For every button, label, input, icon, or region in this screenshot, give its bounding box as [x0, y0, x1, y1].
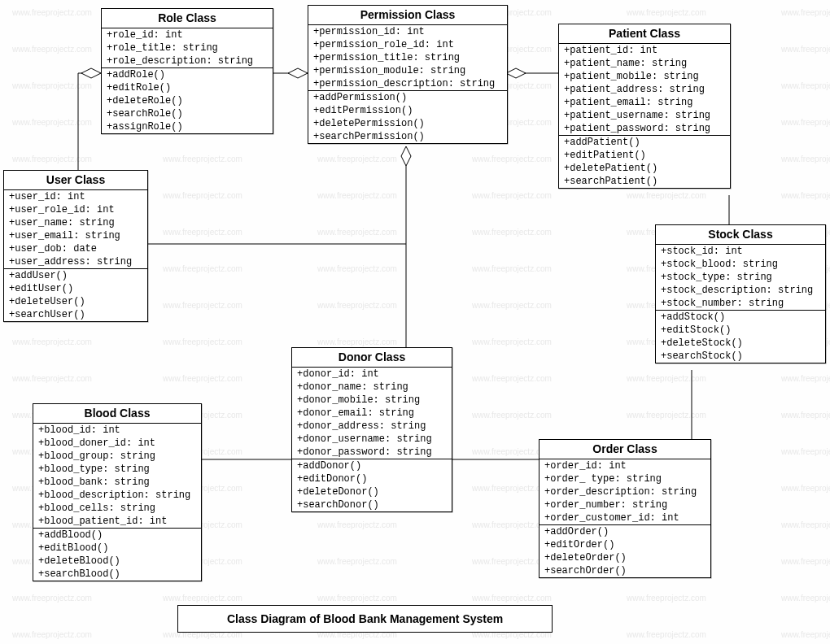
class-row: +addRole(): [102, 68, 273, 81]
watermark-text: www.freeprojectz.com: [317, 337, 397, 346]
class-row: +searchOrder(): [540, 564, 710, 577]
watermark-text: www.freeprojectz.com: [163, 301, 242, 310]
watermark-text: www.freeprojectz.com: [163, 191, 242, 200]
watermark-text: www.freeprojectz.com: [781, 484, 830, 493]
watermark-text: www.freeprojectz.com: [12, 118, 92, 127]
watermark-text: www.freeprojectz.com: [163, 154, 242, 163]
class-row: +blood_group: string: [33, 450, 201, 463]
watermark-text: www.freeprojectz.com: [472, 594, 552, 603]
class-row: +editUser(): [4, 282, 147, 295]
class-row: +editDonor(): [292, 472, 452, 485]
class-row: +permission_title: string: [308, 51, 507, 64]
class-row: +patient_address: string: [559, 83, 730, 96]
watermark-text: www.freeprojectz.com: [781, 557, 830, 566]
watermark-text: www.freeprojectz.com: [12, 45, 92, 54]
class-stock: Stock Class +stock_id: int+stock_blood: …: [655, 224, 826, 363]
class-row: +searchUser(): [4, 308, 147, 321]
watermark-text: www.freeprojectz.com: [472, 154, 552, 163]
class-title: Stock Class: [656, 225, 825, 245]
watermark-text: www.freeprojectz.com: [317, 228, 397, 237]
class-patient: Patient Class +patient_id: int+patient_n…: [558, 24, 731, 189]
watermark-text: www.freeprojectz.com: [781, 154, 830, 163]
watermark-text: www.freeprojectz.com: [781, 81, 830, 90]
class-row: +donor_password: string: [292, 446, 452, 459]
class-ops: +addBlood()+editBlood()+deleteBlood()+se…: [33, 529, 201, 581]
class-row: +user_dob: date: [4, 242, 147, 255]
class-order: Order Class +order_id: int+order_ type: …: [539, 439, 711, 578]
class-row: +searchPermission(): [308, 130, 507, 143]
class-row: +patient_name: string: [559, 57, 730, 70]
class-row: +donor_id: int: [292, 368, 452, 381]
class-row: +patient_email: string: [559, 96, 730, 109]
watermark-text: www.freeprojectz.com: [781, 594, 830, 603]
class-row: +addStock(): [656, 311, 825, 324]
class-title: Donor Class: [292, 348, 452, 368]
class-row: +order_description: string: [540, 485, 710, 498]
watermark-text: www.freeprojectz.com: [627, 191, 706, 200]
class-row: +user_address: string: [4, 255, 147, 268]
watermark-text: www.freeprojectz.com: [472, 264, 552, 273]
class-attrs: +order_id: int+order_ type: string+order…: [540, 459, 710, 525]
class-row: +deleteUser(): [4, 295, 147, 308]
watermark-text: www.freeprojectz.com: [781, 520, 830, 529]
class-title: Role Class: [102, 9, 273, 28]
class-row: +donor_mobile: string: [292, 394, 452, 407]
class-row: +permission_description: string: [308, 77, 507, 90]
diagram-caption: Class Diagram of Blood Bank Management S…: [177, 605, 553, 633]
class-row: +stock_number: string: [656, 297, 825, 310]
class-row: +deleteStock(): [656, 337, 825, 350]
class-row: +order_id: int: [540, 459, 710, 472]
class-ops: +addRole()+editRole()+deleteRole()+searc…: [102, 68, 273, 133]
class-ops: +addDonor()+editDonor()+deleteDonor()+se…: [292, 459, 452, 511]
class-row: +stock_description: string: [656, 284, 825, 297]
class-row: +user_email: string: [4, 229, 147, 242]
class-row: +addOrder(): [540, 525, 710, 538]
watermark-text: www.freeprojectz.com: [163, 264, 242, 273]
watermark-text: www.freeprojectz.com: [163, 594, 242, 603]
watermark-text: www.freeprojectz.com: [12, 81, 92, 90]
class-attrs: +permission_id: int+permission_role_id: …: [308, 25, 507, 91]
watermark-text: www.freeprojectz.com: [781, 447, 830, 456]
class-donor: Donor Class +donor_id: int+donor_name: s…: [291, 347, 452, 512]
watermark-text: www.freeprojectz.com: [781, 118, 830, 127]
class-ops: +addPatient()+editPatient()+deletePatien…: [559, 136, 730, 188]
class-row: +editPermission(): [308, 104, 507, 117]
class-attrs: +user_id: int+user_role_id: int+user_nam…: [4, 190, 147, 269]
class-row: +donor_username: string: [292, 433, 452, 446]
class-row: +deleteRole(): [102, 94, 273, 107]
watermark-text: www.freeprojectz.com: [317, 557, 397, 566]
class-row: +order_customer_id: int: [540, 511, 710, 524]
watermark-text: www.freeprojectz.com: [12, 630, 92, 639]
class-row: +searchRole(): [102, 107, 273, 120]
class-row: +patient_mobile: string: [559, 70, 730, 83]
class-ops: +addUser()+editUser()+deleteUser()+searc…: [4, 269, 147, 321]
watermark-text: www.freeprojectz.com: [317, 301, 397, 310]
watermark-text: www.freeprojectz.com: [163, 228, 242, 237]
class-row: +donor_address: string: [292, 420, 452, 433]
class-ops: +addStock()+editStock()+deleteStock()+se…: [656, 311, 825, 363]
watermark-text: www.freeprojectz.com: [317, 264, 397, 273]
class-title: Order Class: [540, 440, 710, 459]
class-title: Blood Class: [33, 404, 201, 424]
class-title: Patient Class: [559, 24, 730, 44]
class-row: +deleteBlood(): [33, 555, 201, 568]
class-row: +searchDonor(): [292, 498, 452, 511]
class-row: +assignRole(): [102, 120, 273, 133]
class-attrs: +donor_id: int+donor_name: string+donor_…: [292, 368, 452, 459]
class-row: +order_ type: string: [540, 472, 710, 485]
watermark-text: www.freeprojectz.com: [12, 337, 92, 346]
class-row: +searchBlood(): [33, 568, 201, 581]
class-ops: +addOrder()+editOrder()+deleteOrder()+se…: [540, 525, 710, 577]
class-blood: Blood Class +blood_id: int+blood_doner_i…: [33, 403, 202, 581]
class-row: +permission_module: string: [308, 64, 507, 77]
class-title: Permission Class: [308, 6, 507, 25]
watermark-text: www.freeprojectz.com: [163, 374, 242, 383]
watermark-text: www.freeprojectz.com: [781, 45, 830, 54]
class-row: +editRole(): [102, 81, 273, 94]
watermark-text: www.freeprojectz.com: [317, 154, 397, 163]
class-row: +blood_description: string: [33, 489, 201, 502]
diagram-canvas: www.freeprojectz.comwww.freeprojectz.com…: [0, 0, 830, 644]
watermark-text: www.freeprojectz.com: [163, 337, 242, 346]
class-row: +editPatient(): [559, 149, 730, 162]
class-row: +user_name: string: [4, 216, 147, 229]
